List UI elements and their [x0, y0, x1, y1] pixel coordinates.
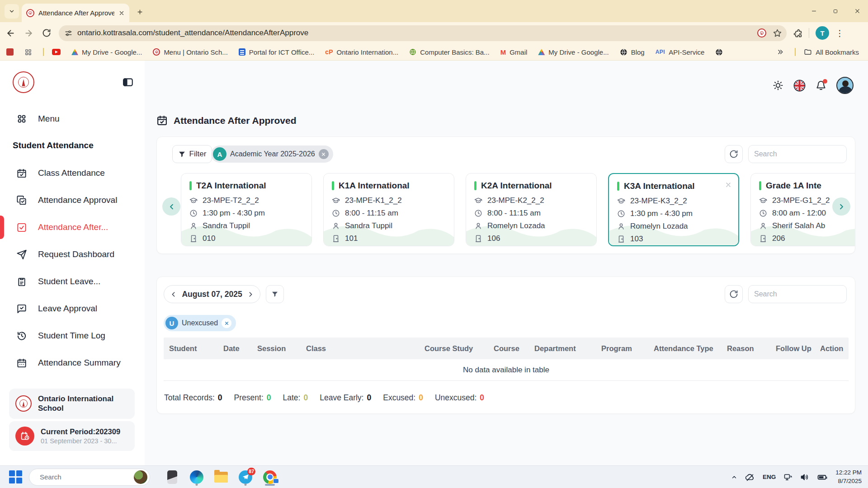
- bookmark-item[interactable]: Blog: [620, 48, 645, 56]
- sidebar-item-student-leave[interactable]: Student Leave...: [0, 272, 145, 291]
- notifications-button[interactable]: [816, 80, 826, 91]
- academic-year-chip[interactable]: A Academic Year 2025-2026: [211, 145, 333, 163]
- bookmark-item[interactable]: Computer Basics: Ba...: [409, 48, 489, 56]
- sidebar-item-attendance-summary[interactable]: Attendance Summary: [0, 353, 145, 373]
- table-filter-button[interactable]: [266, 285, 284, 303]
- class-card[interactable]: T2A International 23-MPE-T2_2_2 1:30 pm …: [181, 173, 312, 246]
- col-program[interactable]: Program: [596, 344, 648, 353]
- sidebar-item-leave-approval[interactable]: Leave Approval: [0, 299, 145, 319]
- card-deselect-icon[interactable]: [725, 181, 732, 188]
- carousel-left-button[interactable]: [162, 197, 180, 216]
- url-text[interactable]: ontario.kottrasala.com/student_attendanc…: [77, 28, 757, 38]
- col-student[interactable]: Student: [164, 344, 218, 353]
- language-indicator[interactable]: ENG: [763, 474, 776, 480]
- classes-search-input[interactable]: [754, 150, 848, 158]
- search-highlight-thumbnail[interactable]: [134, 470, 147, 484]
- col-course[interactable]: Course: [488, 344, 529, 353]
- theme-toggle-button[interactable]: [773, 80, 783, 91]
- taskbar-search[interactable]: [29, 469, 150, 486]
- taskbar-app-dark[interactable]: [165, 468, 180, 486]
- battery-icon[interactable]: [817, 472, 828, 483]
- taskbar-search-input[interactable]: [40, 473, 130, 481]
- bookmark-item[interactable]: My Drive - Google...: [538, 48, 609, 56]
- sidebar-item-request-dashboard[interactable]: Request Dashboard: [0, 244, 145, 264]
- table-search-input[interactable]: [754, 290, 848, 298]
- school-card[interactable]: Ontario International School: [9, 389, 135, 419]
- bookmark-red-square[interactable]: [6, 48, 14, 56]
- tab-close-icon[interactable]: [118, 10, 125, 16]
- date-label[interactable]: August 07, 2025: [182, 290, 242, 299]
- class-card[interactable]: K2A International 23-MPE-K2_2_2 8:00 - 1…: [466, 173, 597, 246]
- bookmark-item[interactable]: Portal for ICT Office...: [239, 48, 315, 56]
- refresh-table-button[interactable]: [725, 285, 743, 303]
- col-department[interactable]: Department: [529, 344, 596, 353]
- col-attendance-type[interactable]: Attendance Type: [648, 344, 722, 353]
- close-button[interactable]: [846, 0, 868, 22]
- sidebar-item-student-time-log[interactable]: Student Time Log: [0, 326, 145, 346]
- current-period-card[interactable]: Current Period:202309 01 September 2023 …: [9, 421, 135, 451]
- onedrive-status-icon[interactable]: [745, 472, 755, 482]
- maximize-button[interactable]: [825, 0, 846, 22]
- col-class[interactable]: Class: [301, 344, 419, 353]
- site-settings-icon[interactable]: [64, 29, 73, 38]
- col-action[interactable]: Action: [815, 344, 849, 353]
- filter-button[interactable]: Filter: [172, 145, 212, 163]
- class-card[interactable]: K1A International 23-MPE-K1_2_2 8:00 - 1…: [323, 173, 454, 246]
- sidebar-item-attendance-after[interactable]: Attendance After...: [0, 217, 145, 237]
- taskbar-app-messenger[interactable]: 87: [238, 468, 253, 486]
- bookmarks-overflow[interactable]: [777, 48, 784, 56]
- forward-button[interactable]: [21, 25, 36, 41]
- chip-remove-icon[interactable]: [319, 149, 329, 159]
- volume-icon[interactable]: [800, 473, 809, 482]
- tab-search-caret[interactable]: [5, 4, 19, 19]
- prev-day-button[interactable]: [170, 291, 177, 298]
- all-bookmarks-button[interactable]: All Bookmarks: [804, 48, 859, 56]
- bookmark-item[interactable]: cPOntario Internation...: [325, 48, 398, 56]
- col-follow-up[interactable]: Follow Up: [770, 344, 815, 353]
- class-card-selected[interactable]: K3A International 23-MPE-K3_2_2 1:30 pm …: [608, 173, 739, 246]
- browser-menu-icon[interactable]: ⋮: [835, 28, 844, 38]
- new-tab-button[interactable]: [133, 5, 146, 19]
- bookmark-item[interactable]: Menu | Ontario Sch...: [153, 48, 227, 56]
- tray-expand-button[interactable]: [731, 474, 737, 480]
- start-button[interactable]: [9, 470, 23, 484]
- bookmark-youtube[interactable]: [52, 49, 61, 55]
- bookmark-item[interactable]: APIAPI-Service: [656, 48, 705, 56]
- taskbar-clock[interactable]: 12:22 PM 8/7/2025: [835, 469, 862, 485]
- cpanel-icon: cP: [325, 48, 333, 56]
- reload-button[interactable]: [39, 25, 54, 41]
- network-icon[interactable]: [783, 473, 793, 482]
- sidebar-item-attendance-approval[interactable]: Attendance Approval: [0, 190, 145, 210]
- bookmark-globe[interactable]: [715, 48, 723, 56]
- attendance-panel: August 07, 2025 U Unexcused: [156, 277, 855, 414]
- back-button[interactable]: [3, 25, 18, 41]
- omnibox[interactable]: ontario.kottrasala.com/student_attendanc…: [59, 25, 787, 41]
- unexcused-chip[interactable]: U Unexcused: [164, 315, 236, 331]
- bookmark-star-icon[interactable]: [773, 28, 782, 38]
- col-session[interactable]: Session: [252, 344, 301, 353]
- bookmark-item[interactable]: MGmail: [500, 48, 528, 56]
- sidebar-toggle-button[interactable]: [122, 76, 134, 88]
- minimize-button[interactable]: [803, 0, 825, 22]
- taskbar-app-chrome[interactable]: [262, 468, 278, 486]
- refresh-classes-button[interactable]: [725, 145, 743, 163]
- taskbar-app-edge[interactable]: [189, 468, 204, 486]
- next-day-button[interactable]: [247, 291, 255, 298]
- sidebar-item-menu[interactable]: Menu: [0, 109, 145, 129]
- site-logo-icon[interactable]: [757, 28, 766, 38]
- col-reason[interactable]: Reason: [722, 344, 770, 353]
- carousel-right-button[interactable]: [832, 197, 850, 216]
- col-course-study[interactable]: Course Study: [419, 344, 488, 353]
- sidebar-item-class-attendance[interactable]: Class Attendance: [0, 163, 145, 183]
- browser-profile-avatar[interactable]: T: [816, 26, 829, 40]
- taskbar-app-explorer[interactable]: [213, 468, 229, 486]
- bookmark-apps-grid[interactable]: [24, 48, 32, 56]
- bookmark-item[interactable]: My Drive - Google...: [71, 48, 142, 56]
- user-avatar[interactable]: [836, 77, 854, 94]
- chip-remove-icon[interactable]: [222, 318, 231, 328]
- extensions-icon[interactable]: [793, 28, 802, 38]
- col-date[interactable]: Date: [218, 344, 252, 353]
- language-button[interactable]: [793, 80, 806, 92]
- browser-tab[interactable]: Attendance After Approved | On: [22, 4, 129, 22]
- summary-unexcused: Unexcused:0: [435, 393, 484, 403]
